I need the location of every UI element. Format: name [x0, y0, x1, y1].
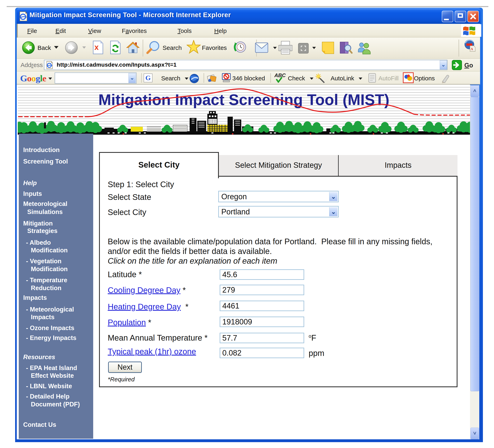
svg-text:x: x: [94, 43, 99, 51]
svg-text:A: A: [471, 47, 473, 51]
